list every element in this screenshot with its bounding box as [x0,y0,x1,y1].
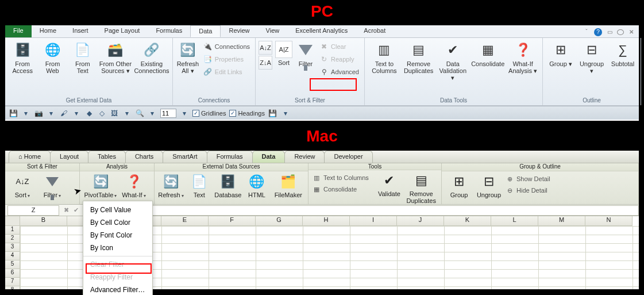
tab-formulas[interactable]: Formulas [207,151,253,163]
cancel-icon[interactable]: ✖ [61,206,71,214]
zoom-icon[interactable]: 🔍 [135,109,144,118]
menu-by-cell-value[interactable]: By Cell Value [83,204,152,216]
qat-dropdown-icon[interactable]: ▾ [72,109,81,118]
row-header[interactable]: 1 [5,226,20,235]
refresh-all-button[interactable]: 🔄Refresh All ▾ [176,40,200,75]
row-header[interactable]: 8 [5,286,20,289]
column-header[interactable]: L [491,216,538,226]
tab-layout[interactable]: Layout [50,151,88,163]
refresh-button[interactable]: 🔄Refresh [158,173,184,199]
remove-duplicates-button[interactable]: ▤Remove Duplicates [402,40,435,75]
tab-excellent-analytics[interactable]: Excellent Analytics [287,25,356,37]
column-header[interactable]: I [350,216,397,226]
qat-dropdown-icon[interactable]: ▾ [47,109,56,118]
menu-advanced-filter[interactable]: Advanced Filter… [83,283,152,295]
row-headers[interactable]: 12345678 [5,226,20,289]
headings-checkbox[interactable]: ✓Headings [229,110,264,117]
tab-review[interactable]: Review [221,25,257,37]
from-web-button[interactable]: 🌐From Web [38,40,67,75]
menu-by-icon[interactable]: By Icon [83,242,152,254]
formula-input[interactable] [93,205,639,216]
column-header[interactable]: G [256,216,303,226]
tab-formulas[interactable]: Formulas [148,25,190,37]
ribbon-minimize-icon[interactable]: ˇ [583,28,591,36]
filter-button[interactable]: Filter [38,173,66,199]
remove-duplicates-button[interactable]: ▤Remove Duplicates [404,171,438,204]
window-min-icon[interactable]: ▭ [606,28,614,36]
html-button[interactable]: 🌐HTML [244,173,269,198]
gridlines-checkbox[interactable]: ✓Gridlines [192,110,226,117]
text-import-button[interactable]: 📄Text [186,173,212,198]
what-if-button[interactable]: ❓What-If Analysis ▾ [506,40,539,75]
font-size-input[interactable] [160,109,176,118]
from-access-button[interactable]: 🗄️From Access [8,40,37,75]
tab-data[interactable]: Data [252,151,286,163]
hide-detail-button[interactable]: ⊖Hide Detail [505,185,557,196]
camera-icon[interactable]: 📷 [34,109,43,118]
tab-charts[interactable]: Charts [125,151,163,163]
row-header[interactable]: 3 [5,243,20,252]
sort-asc-button[interactable]: A↓Z [259,41,272,55]
consolidate-button[interactable]: ▦Consolidate [312,184,373,194]
tab-data[interactable]: Data [190,25,221,37]
what-if-button[interactable]: ❓What-If [120,173,148,199]
advanced-filter-button[interactable]: ⚲Advanced [317,66,361,78]
database-button[interactable]: 🗄️Database [214,173,241,198]
filemaker-button[interactable]: 🗂️FileMaker [272,173,304,198]
stepper-icon[interactable]: ▾ [180,109,189,118]
tab-view[interactable]: View [258,25,288,37]
pivottable-button[interactable]: 🔄PivotTable [83,173,118,199]
connections-button[interactable]: 🔌Connections [201,41,252,52]
tab-developer[interactable]: Developer [324,151,372,163]
paint-icon[interactable]: 🖌 [59,109,68,118]
help-icon[interactable]: ? [594,28,602,36]
from-other-sources-button[interactable]: 🗃️From Other Sources ▾ [98,40,133,75]
column-header[interactable]: H [303,216,350,226]
qat-dropdown-icon[interactable]: ▾ [122,109,132,118]
column-header[interactable]: E [161,216,209,226]
tab-home[interactable]: Home [32,25,64,37]
consolidate-button[interactable]: ▦Consolidate [471,40,505,68]
row-header[interactable]: 6 [5,269,20,278]
tab-insert[interactable]: Insert [64,25,97,37]
tab-review[interactable]: Review [284,151,325,163]
sort-button[interactable]: A|ZSort [273,40,294,67]
filter-button[interactable]: Filter [295,40,316,68]
window-close-icon[interactable]: ✕ [627,28,635,36]
tab-tables[interactable]: Tables [88,151,126,163]
text-to-columns-button[interactable]: ▥Text to Columns [368,40,401,75]
window-restore-icon[interactable] [617,29,624,35]
tab-acrobat[interactable]: Acrobat [356,25,394,37]
name-box[interactable]: Z [7,205,59,216]
save-icon[interactable]: 💾 [9,109,18,118]
tab-page-layout[interactable]: Page Layout [97,25,148,37]
shapes-icon[interactable]: ◆ [84,109,94,118]
qat-dropdown-icon[interactable]: ▾ [21,109,30,118]
column-header[interactable]: F [209,216,256,226]
picture-icon[interactable]: 🖼 [110,109,119,118]
row-header[interactable]: 7 [5,278,20,286]
save-icon[interactable]: 💾 [268,109,277,118]
row-header[interactable]: 5 [5,260,20,269]
validate-button[interactable]: ✔Validate [376,171,402,197]
tab-home[interactable]: Home [9,151,51,163]
row-header[interactable]: 4 [5,252,20,260]
ungroup-button[interactable]: ⊟Ungroup [475,173,503,198]
ungroup-button[interactable]: ⊟Ungroup ▾ [577,40,607,75]
select-all-corner[interactable] [5,216,20,226]
row-header[interactable]: 2 [5,235,20,243]
menu-by-cell-color[interactable]: By Cell Color [83,216,152,229]
group-button[interactable]: ⊞Group [445,173,473,198]
group-button[interactable]: ⊞Group ▾ [546,40,576,68]
column-header[interactable]: B [20,216,67,226]
qat-dropdown-icon[interactable]: ▾ [281,109,290,118]
show-detail-button[interactable]: ⊕Show Detail [505,174,557,184]
qat-dropdown-icon[interactable]: ▾ [148,109,157,118]
from-text-button[interactable]: 📄From Text [68,40,97,75]
sort-desc-button[interactable]: Z↓A [259,56,272,70]
column-header[interactable]: N [585,216,633,226]
column-header[interactable]: K [444,216,491,226]
column-header[interactable]: J [397,216,444,226]
data-validation-button[interactable]: ✔Data Validation ▾ [436,40,469,82]
text-to-columns-button[interactable]: ▥Text to Columns [312,173,373,183]
